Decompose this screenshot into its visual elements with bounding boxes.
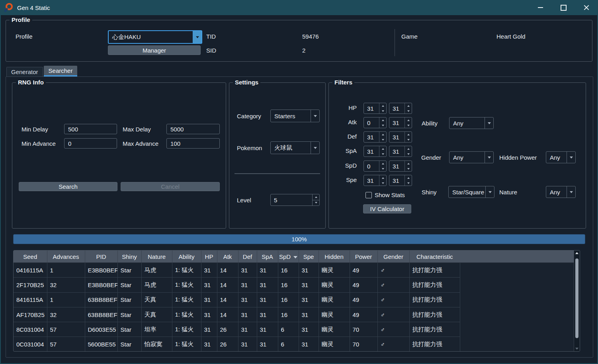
iv-min-spinner-atk[interactable]: 0: [363, 117, 387, 128]
result-cell[interactable]: 2F170B25: [14, 278, 47, 292]
min-advance-input[interactable]: [64, 138, 117, 149]
spin-up-icon[interactable]: [405, 117, 412, 123]
iv-min-spinner-hp[interactable]: 31: [363, 103, 387, 114]
profile-combobox[interactable]: 心金HAKU: [108, 30, 202, 44]
result-cell[interactable]: ♂: [377, 322, 409, 337]
result-cell[interactable]: Star: [117, 337, 141, 352]
result-cell[interactable]: 幽灵: [319, 322, 350, 337]
result-cell[interactable]: 31: [299, 292, 319, 307]
result-cell[interactable]: 抗打能力强: [409, 307, 460, 322]
spin-up-icon[interactable]: [313, 194, 319, 200]
iv-min-spinner-spa[interactable]: 31: [363, 146, 387, 157]
spin-down-icon[interactable]: [379, 123, 386, 128]
cancel-button[interactable]: Cancel: [121, 182, 220, 191]
spin-down-icon[interactable]: [405, 180, 412, 186]
result-cell[interactable]: E3BB0BEF: [85, 263, 117, 278]
iv-max-spinner-spa[interactable]: 31: [389, 146, 412, 157]
scrollbar-thumb[interactable]: [575, 258, 578, 338]
spin-up-icon[interactable]: [405, 132, 412, 137]
spin-down-icon[interactable]: [379, 180, 386, 186]
result-row[interactable]: AF170B253263BB8BEFStar天真1: 猛火31143131163…: [14, 307, 575, 322]
result-cell[interactable]: 幽灵: [319, 292, 350, 307]
iv-max-spinner-def[interactable]: 31: [389, 131, 412, 143]
result-cell[interactable]: 1: 猛火: [172, 307, 201, 322]
nature-combobox[interactable]: Any: [546, 186, 576, 198]
result-cell[interactable]: 1: 猛火: [172, 278, 201, 292]
spin-down-icon[interactable]: [405, 137, 412, 142]
spin-down-icon[interactable]: [405, 108, 412, 114]
result-cell[interactable]: 天真: [141, 307, 172, 322]
result-cell[interactable]: 抗打能力强: [409, 322, 460, 337]
result-cell[interactable]: Star: [117, 322, 141, 337]
result-cell[interactable]: 32: [47, 278, 85, 292]
spin-down-icon[interactable]: [379, 166, 386, 171]
result-cell[interactable]: 14: [217, 307, 238, 322]
column-header-characteristic[interactable]: Characteristic: [409, 250, 460, 263]
result-cell[interactable]: 幽灵: [319, 307, 350, 322]
spin-down-icon[interactable]: [405, 123, 412, 128]
column-header-gender[interactable]: Gender: [377, 250, 409, 263]
search-button[interactable]: Search: [19, 182, 117, 191]
gender-combobox[interactable]: Any: [449, 151, 494, 163]
scroll-down-icon[interactable]: [574, 348, 580, 350]
result-cell[interactable]: 1: 猛火: [172, 292, 201, 307]
result-cell[interactable]: 8416115A: [14, 292, 47, 307]
result-cell[interactable]: 马虎: [141, 278, 172, 292]
tab-searcher[interactable]: Searcher: [44, 66, 78, 76]
tab-generator[interactable]: Generator: [6, 67, 43, 76]
column-header-hidden[interactable]: Hidden: [319, 250, 350, 263]
column-header-spd[interactable]: SpD: [278, 250, 299, 263]
result-cell[interactable]: 57: [47, 322, 85, 337]
spin-down-icon[interactable]: [379, 151, 386, 157]
result-cell[interactable]: ♂: [377, 263, 409, 278]
result-cell[interactable]: 8C031004: [14, 322, 47, 337]
iv-max-spinner-spd[interactable]: 31: [389, 160, 412, 172]
table-scrollbar[interactable]: [574, 250, 580, 351]
result-cell[interactable]: 63BB8BEF: [85, 292, 117, 307]
ability-combobox[interactable]: Any: [449, 117, 494, 129]
result-cell[interactable]: 31: [238, 322, 257, 337]
result-cell[interactable]: 1: [47, 292, 85, 307]
result-cell[interactable]: 31: [238, 292, 257, 307]
column-header-ability[interactable]: Ability: [172, 250, 201, 263]
result-cell[interactable]: 70: [350, 337, 377, 352]
result-cell[interactable]: 49: [350, 292, 377, 307]
result-cell[interactable]: AF170B25: [14, 307, 47, 322]
spin-up-icon[interactable]: [405, 161, 412, 166]
result-cell[interactable]: 怕寂寞: [141, 337, 172, 352]
result-cell[interactable]: Star: [117, 263, 141, 278]
result-cell[interactable]: 31: [299, 322, 319, 337]
result-row[interactable]: 8416115A163BB8BEFStar天真1: 猛火311431311631…: [14, 292, 575, 307]
result-cell[interactable]: Star: [117, 278, 141, 292]
result-cell[interactable]: 31: [201, 263, 217, 278]
result-cell[interactable]: 幽灵: [319, 263, 350, 278]
result-cell[interactable]: ♂: [377, 278, 409, 292]
result-cell[interactable]: 14: [217, 263, 238, 278]
result-cell[interactable]: 31: [238, 307, 257, 322]
result-cell[interactable]: 马虎: [141, 263, 172, 278]
min-delay-input[interactable]: [64, 124, 117, 134]
iv-min-spinner-spe[interactable]: 31: [363, 175, 387, 186]
result-cell[interactable]: ♂: [377, 307, 409, 322]
result-cell[interactable]: 5600BE55: [85, 337, 117, 352]
result-cell[interactable]: 0416115A: [14, 263, 47, 278]
minimize-button[interactable]: [529, 0, 552, 15]
spin-up-icon[interactable]: [379, 103, 386, 108]
spin-up-icon[interactable]: [379, 117, 386, 123]
result-cell[interactable]: 16: [278, 278, 299, 292]
result-cell[interactable]: 31: [238, 337, 257, 352]
column-header-atk[interactable]: Atk: [217, 250, 238, 263]
result-cell[interactable]: 31: [201, 307, 217, 322]
result-cell[interactable]: 幽灵: [319, 278, 350, 292]
iv-calculator-button[interactable]: IV Calculator: [363, 204, 411, 213]
spin-up-icon[interactable]: [379, 175, 386, 180]
result-row[interactable]: 8C03100457D6003E55Star坦率1: 猛火31263131631…: [14, 322, 575, 337]
column-header-hp[interactable]: HP: [201, 250, 217, 263]
result-cell[interactable]: 49: [350, 278, 377, 292]
pokemon-combobox[interactable]: 火球鼠: [270, 141, 320, 154]
result-cell[interactable]: 32: [47, 307, 85, 322]
max-delay-input[interactable]: [166, 124, 220, 134]
result-cell[interactable]: Star: [117, 307, 141, 322]
result-cell[interactable]: 31: [257, 278, 278, 292]
result-cell[interactable]: 31: [257, 307, 278, 322]
